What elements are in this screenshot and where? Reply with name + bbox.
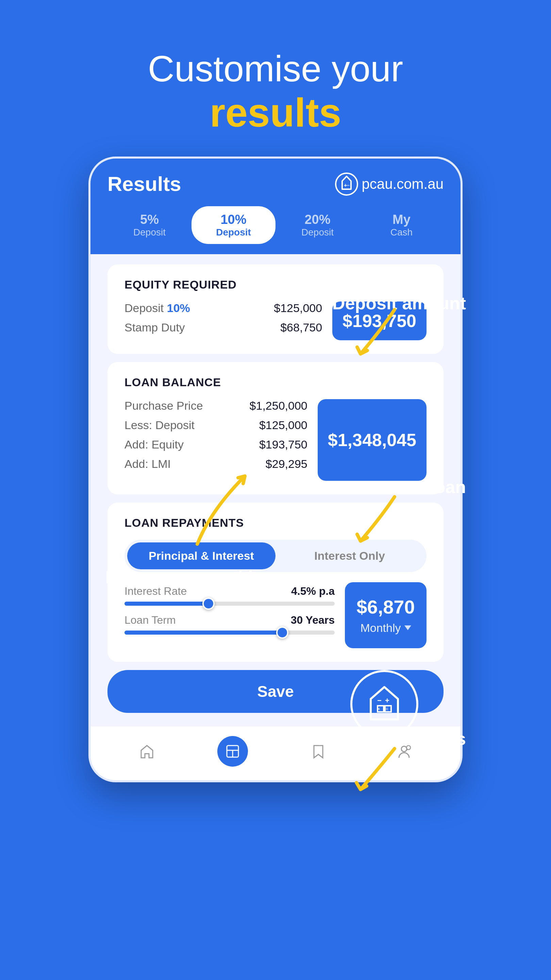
svg-text:=: = xyxy=(385,706,388,712)
loan-term-fill xyxy=(124,630,282,635)
deposit-pct: 10% xyxy=(167,301,190,314)
svg-text:+: + xyxy=(385,696,389,705)
loan-arrow xyxy=(333,490,408,558)
repayment-frequency[interactable]: Monthly xyxy=(360,621,411,635)
equity-rows: Deposit 10% $125,000 Stamp Duty $68,750 xyxy=(124,301,322,340)
loan-term-label-row: Loan Term 30 Years xyxy=(124,614,335,627)
nav-home[interactable] xyxy=(132,736,162,767)
svg-text:−: − xyxy=(377,696,382,705)
repayment-fields: Interest Rate 4.5% p.a Loan Term xyxy=(124,582,335,643)
deposit-row: Deposit 10% $125,000 xyxy=(124,301,322,315)
less-deposit-value: $125,000 xyxy=(259,418,308,432)
add-equity-label: Add: Equity xyxy=(124,438,184,451)
repayment-frequency-text: Monthly xyxy=(360,621,401,635)
deposit-label: Deposit 10% xyxy=(124,301,190,315)
phone-wrapper: Deposit amount Your loan Repayment optio… xyxy=(89,156,462,782)
loan-term-label: Loan Term xyxy=(124,614,176,627)
loan-term-value: 30 Years xyxy=(291,614,335,627)
brand-logo: + − pcau.com.au xyxy=(335,172,443,196)
svg-text:×: × xyxy=(377,706,380,712)
repayment-content: Interest Rate 4.5% p.a Loan Term xyxy=(124,582,427,648)
less-deposit-label: Less: Deposit xyxy=(124,418,195,432)
phone-header-bar: Results + − pcau.com.au xyxy=(91,159,460,206)
home-icon xyxy=(138,743,156,760)
repayment-amount: $6,870 xyxy=(356,596,414,618)
tab-5pct[interactable]: 5% Deposit xyxy=(108,206,192,244)
loan-term-track[interactable] xyxy=(124,630,335,635)
tab-20pct[interactable]: 20% Deposit xyxy=(275,206,359,244)
repayment-arrow xyxy=(333,742,408,803)
brand-name: pcau.com.au xyxy=(362,176,443,192)
bottom-logo-icon: − + × = xyxy=(362,682,407,726)
purchase-price-row: Purchase Price $1,250,000 xyxy=(124,399,308,412)
stamp-duty-row: Stamp Duty $68,750 xyxy=(124,321,322,334)
header-title-line2: results xyxy=(148,90,403,136)
interest-arrow xyxy=(177,449,272,551)
page-header: Customise your results xyxy=(148,48,403,136)
less-deposit-row: Less: Deposit $125,000 xyxy=(124,418,308,432)
deposit-arrow xyxy=(333,303,408,371)
nav-calculator[interactable] xyxy=(218,736,248,767)
deposit-tabs: 5% Deposit 10% Deposit 20% Deposit My Ca… xyxy=(91,206,460,254)
loan-term-thumb[interactable] xyxy=(276,627,288,639)
deposit-value: $125,000 xyxy=(274,301,322,315)
repayment-amount-box: $6,870 Monthly xyxy=(345,582,427,648)
equity-title: EQUITY REQUIRED xyxy=(124,278,427,291)
purchase-price-value: $1,250,000 xyxy=(250,399,308,412)
loan-balance-card: LOAN BALANCE Purchase Price $1,250,000 L… xyxy=(108,362,443,495)
tab-my-cash[interactable]: My Cash xyxy=(359,206,443,244)
stamp-duty-value: $68,750 xyxy=(280,321,322,334)
calculator-icon xyxy=(224,743,241,760)
loan-balance-content: Purchase Price $1,250,000 Less: Deposit … xyxy=(124,399,427,481)
interest-rate-thumb[interactable] xyxy=(202,598,214,610)
stamp-duty-label: Stamp Duty xyxy=(124,321,185,334)
loan-term-slider-row: Loan Term 30 Years xyxy=(124,614,335,635)
svg-text:−: − xyxy=(346,182,349,188)
interest-rate-fill xyxy=(124,601,208,606)
frequency-chevron-icon xyxy=(404,625,411,630)
bottom-brand-logo: − + × = xyxy=(350,670,418,738)
loan-balance-total-box: $1,348,045 xyxy=(318,399,427,481)
results-title: Results xyxy=(108,172,181,196)
header-title-line1: Customise your xyxy=(148,48,403,90)
tab-10pct[interactable]: 10% Deposit xyxy=(192,206,275,244)
add-lmi-label: Add: LMI xyxy=(124,457,171,471)
interest-rate-track[interactable] xyxy=(124,601,335,606)
brand-icon: + − xyxy=(335,172,359,196)
annotation-interest-rate: Interest rate and loan term xyxy=(105,567,327,588)
purchase-price-label: Purchase Price xyxy=(124,399,203,412)
loan-balance-title: LOAN BALANCE xyxy=(124,375,427,389)
loan-balance-total: $1,348,045 xyxy=(328,430,416,450)
